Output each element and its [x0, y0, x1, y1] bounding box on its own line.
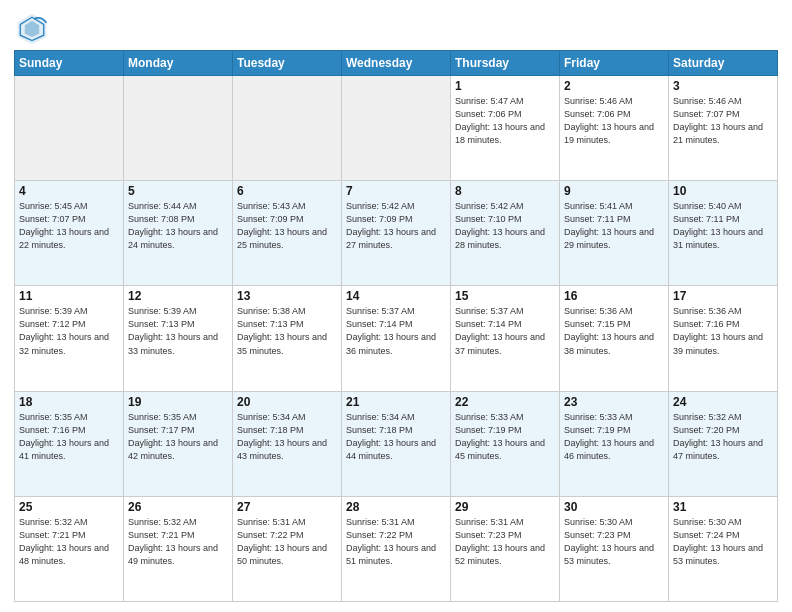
weekday-header: Monday [124, 51, 233, 76]
day-number: 3 [673, 79, 773, 93]
weekday-header: Friday [560, 51, 669, 76]
day-info: Sunrise: 5:39 AM Sunset: 7:12 PM Dayligh… [19, 305, 119, 357]
calendar-cell: 13Sunrise: 5:38 AM Sunset: 7:13 PM Dayli… [233, 286, 342, 391]
calendar-cell: 7Sunrise: 5:42 AM Sunset: 7:09 PM Daylig… [342, 181, 451, 286]
calendar-cell [342, 76, 451, 181]
calendar-week-row: 11Sunrise: 5:39 AM Sunset: 7:12 PM Dayli… [15, 286, 778, 391]
calendar-cell: 5Sunrise: 5:44 AM Sunset: 7:08 PM Daylig… [124, 181, 233, 286]
day-number: 12 [128, 289, 228, 303]
day-number: 29 [455, 500, 555, 514]
day-number: 30 [564, 500, 664, 514]
calendar-header-row: SundayMondayTuesdayWednesdayThursdayFrid… [15, 51, 778, 76]
day-info: Sunrise: 5:32 AM Sunset: 7:21 PM Dayligh… [19, 516, 119, 568]
day-number: 27 [237, 500, 337, 514]
day-number: 26 [128, 500, 228, 514]
day-number: 6 [237, 184, 337, 198]
day-number: 2 [564, 79, 664, 93]
day-number: 13 [237, 289, 337, 303]
day-info: Sunrise: 5:39 AM Sunset: 7:13 PM Dayligh… [128, 305, 228, 357]
calendar-cell: 4Sunrise: 5:45 AM Sunset: 7:07 PM Daylig… [15, 181, 124, 286]
day-number: 19 [128, 395, 228, 409]
day-info: Sunrise: 5:45 AM Sunset: 7:07 PM Dayligh… [19, 200, 119, 252]
day-number: 16 [564, 289, 664, 303]
day-number: 20 [237, 395, 337, 409]
header [14, 10, 778, 46]
calendar-cell: 16Sunrise: 5:36 AM Sunset: 7:15 PM Dayli… [560, 286, 669, 391]
day-info: Sunrise: 5:35 AM Sunset: 7:16 PM Dayligh… [19, 411, 119, 463]
weekday-header: Thursday [451, 51, 560, 76]
calendar-table: SundayMondayTuesdayWednesdayThursdayFrid… [14, 50, 778, 602]
day-info: Sunrise: 5:32 AM Sunset: 7:21 PM Dayligh… [128, 516, 228, 568]
calendar-cell: 2Sunrise: 5:46 AM Sunset: 7:06 PM Daylig… [560, 76, 669, 181]
day-info: Sunrise: 5:40 AM Sunset: 7:11 PM Dayligh… [673, 200, 773, 252]
day-info: Sunrise: 5:38 AM Sunset: 7:13 PM Dayligh… [237, 305, 337, 357]
day-number: 21 [346, 395, 446, 409]
day-number: 7 [346, 184, 446, 198]
calendar-cell: 25Sunrise: 5:32 AM Sunset: 7:21 PM Dayli… [15, 496, 124, 601]
calendar-cell: 11Sunrise: 5:39 AM Sunset: 7:12 PM Dayli… [15, 286, 124, 391]
day-number: 31 [673, 500, 773, 514]
day-number: 8 [455, 184, 555, 198]
calendar-cell: 1Sunrise: 5:47 AM Sunset: 7:06 PM Daylig… [451, 76, 560, 181]
logo [14, 10, 54, 46]
day-number: 25 [19, 500, 119, 514]
calendar-cell: 28Sunrise: 5:31 AM Sunset: 7:22 PM Dayli… [342, 496, 451, 601]
calendar-cell: 10Sunrise: 5:40 AM Sunset: 7:11 PM Dayli… [669, 181, 778, 286]
day-info: Sunrise: 5:41 AM Sunset: 7:11 PM Dayligh… [564, 200, 664, 252]
day-number: 11 [19, 289, 119, 303]
day-number: 9 [564, 184, 664, 198]
day-number: 10 [673, 184, 773, 198]
day-number: 22 [455, 395, 555, 409]
day-number: 17 [673, 289, 773, 303]
day-info: Sunrise: 5:30 AM Sunset: 7:23 PM Dayligh… [564, 516, 664, 568]
calendar-cell: 3Sunrise: 5:46 AM Sunset: 7:07 PM Daylig… [669, 76, 778, 181]
day-number: 14 [346, 289, 446, 303]
day-number: 4 [19, 184, 119, 198]
calendar-cell: 20Sunrise: 5:34 AM Sunset: 7:18 PM Dayli… [233, 391, 342, 496]
calendar-cell: 22Sunrise: 5:33 AM Sunset: 7:19 PM Dayli… [451, 391, 560, 496]
day-info: Sunrise: 5:37 AM Sunset: 7:14 PM Dayligh… [346, 305, 446, 357]
calendar-cell: 18Sunrise: 5:35 AM Sunset: 7:16 PM Dayli… [15, 391, 124, 496]
day-info: Sunrise: 5:36 AM Sunset: 7:16 PM Dayligh… [673, 305, 773, 357]
day-info: Sunrise: 5:31 AM Sunset: 7:22 PM Dayligh… [237, 516, 337, 568]
day-info: Sunrise: 5:36 AM Sunset: 7:15 PM Dayligh… [564, 305, 664, 357]
calendar-cell: 12Sunrise: 5:39 AM Sunset: 7:13 PM Dayli… [124, 286, 233, 391]
calendar-cell: 17Sunrise: 5:36 AM Sunset: 7:16 PM Dayli… [669, 286, 778, 391]
calendar-week-row: 1Sunrise: 5:47 AM Sunset: 7:06 PM Daylig… [15, 76, 778, 181]
day-number: 15 [455, 289, 555, 303]
calendar-cell: 26Sunrise: 5:32 AM Sunset: 7:21 PM Dayli… [124, 496, 233, 601]
day-info: Sunrise: 5:34 AM Sunset: 7:18 PM Dayligh… [346, 411, 446, 463]
day-info: Sunrise: 5:33 AM Sunset: 7:19 PM Dayligh… [455, 411, 555, 463]
calendar-week-row: 25Sunrise: 5:32 AM Sunset: 7:21 PM Dayli… [15, 496, 778, 601]
day-number: 28 [346, 500, 446, 514]
calendar-cell: 27Sunrise: 5:31 AM Sunset: 7:22 PM Dayli… [233, 496, 342, 601]
day-info: Sunrise: 5:32 AM Sunset: 7:20 PM Dayligh… [673, 411, 773, 463]
calendar-cell: 30Sunrise: 5:30 AM Sunset: 7:23 PM Dayli… [560, 496, 669, 601]
day-info: Sunrise: 5:37 AM Sunset: 7:14 PM Dayligh… [455, 305, 555, 357]
calendar-cell: 19Sunrise: 5:35 AM Sunset: 7:17 PM Dayli… [124, 391, 233, 496]
day-info: Sunrise: 5:42 AM Sunset: 7:09 PM Dayligh… [346, 200, 446, 252]
day-number: 5 [128, 184, 228, 198]
day-number: 24 [673, 395, 773, 409]
day-number: 18 [19, 395, 119, 409]
day-info: Sunrise: 5:44 AM Sunset: 7:08 PM Dayligh… [128, 200, 228, 252]
calendar-cell: 15Sunrise: 5:37 AM Sunset: 7:14 PM Dayli… [451, 286, 560, 391]
day-info: Sunrise: 5:31 AM Sunset: 7:22 PM Dayligh… [346, 516, 446, 568]
calendar-cell [124, 76, 233, 181]
day-info: Sunrise: 5:43 AM Sunset: 7:09 PM Dayligh… [237, 200, 337, 252]
calendar-cell [233, 76, 342, 181]
weekday-header: Sunday [15, 51, 124, 76]
page: SundayMondayTuesdayWednesdayThursdayFrid… [0, 0, 792, 612]
day-info: Sunrise: 5:34 AM Sunset: 7:18 PM Dayligh… [237, 411, 337, 463]
calendar-cell: 8Sunrise: 5:42 AM Sunset: 7:10 PM Daylig… [451, 181, 560, 286]
day-info: Sunrise: 5:42 AM Sunset: 7:10 PM Dayligh… [455, 200, 555, 252]
day-info: Sunrise: 5:30 AM Sunset: 7:24 PM Dayligh… [673, 516, 773, 568]
day-number: 1 [455, 79, 555, 93]
calendar-cell: 14Sunrise: 5:37 AM Sunset: 7:14 PM Dayli… [342, 286, 451, 391]
calendar-cell: 24Sunrise: 5:32 AM Sunset: 7:20 PM Dayli… [669, 391, 778, 496]
weekday-header: Saturday [669, 51, 778, 76]
logo-icon [14, 10, 50, 46]
calendar-cell: 9Sunrise: 5:41 AM Sunset: 7:11 PM Daylig… [560, 181, 669, 286]
calendar-week-row: 18Sunrise: 5:35 AM Sunset: 7:16 PM Dayli… [15, 391, 778, 496]
day-info: Sunrise: 5:33 AM Sunset: 7:19 PM Dayligh… [564, 411, 664, 463]
